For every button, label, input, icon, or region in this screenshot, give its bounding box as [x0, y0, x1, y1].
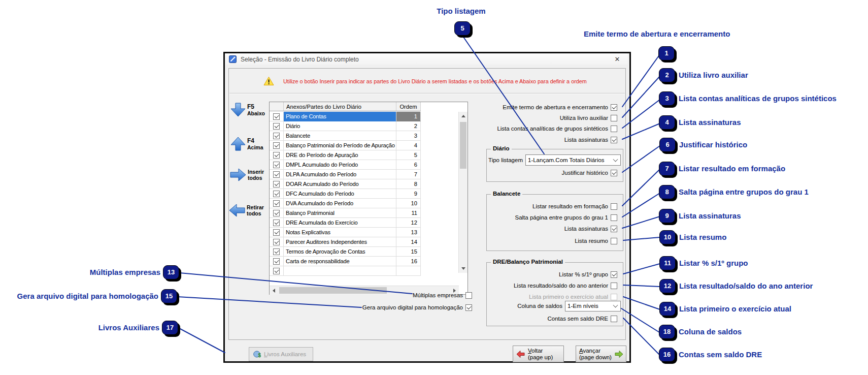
- option-label: Gera arquivo digital para homologação: [362, 304, 463, 310]
- insert-all-button[interactable]: Inserirtodos: [230, 168, 264, 181]
- lista-analiticas-checkbox[interactable]: [611, 126, 617, 132]
- option-label: Lista contas analíticas de grupos sintét…: [497, 126, 608, 132]
- scroll-down-icon[interactable]: [459, 264, 468, 273]
- horizontal-scroll-thumb[interactable]: [279, 287, 387, 294]
- dre-group-title: DRE/Balanço Patrimonial: [491, 259, 565, 265]
- table-row[interactable]: DRE Acumulada do Exercício12: [270, 218, 421, 228]
- option-lista-assinaturas[interactable]: Lista assinaturas: [564, 136, 617, 144]
- table-row[interactable]: Parecer Auditores Independentes14: [270, 237, 421, 247]
- option-lista-assinaturas-balancete[interactable]: Lista assinaturas: [564, 225, 617, 233]
- table-row[interactable]: Balanço Patrimonial11: [270, 208, 421, 218]
- table-row[interactable]: Balancete3: [270, 131, 421, 141]
- row-checkbox[interactable]: [273, 248, 280, 255]
- table-row[interactable]: DVA Acumulado do Período10: [270, 199, 421, 208]
- option-lista-analiticas[interactable]: Lista contas analíticas de grupos sintét…: [497, 124, 617, 133]
- option-lista-resumo[interactable]: Lista resumo: [575, 237, 617, 245]
- coluna-saldos-select[interactable]: 1-Em níveis: [565, 301, 621, 311]
- table-row[interactable]: DOAR Acumulado do Período8: [270, 179, 421, 189]
- table-row[interactable]: DFC Acumulado do Período9: [270, 189, 421, 199]
- salta-pagina-checkbox[interactable]: [611, 214, 617, 221]
- callout-badge-12: 12: [659, 279, 676, 293]
- row-checkbox[interactable]: [273, 229, 280, 236]
- avancar-button[interactable]: Avançar (page down): [576, 346, 626, 362]
- table-row[interactable]: Termos de Aprovação de Contas15: [270, 247, 421, 257]
- lista-resultado-saldo-checkbox[interactable]: [611, 283, 617, 289]
- row-checkbox[interactable]: [273, 258, 280, 265]
- row-checkbox[interactable]: [273, 239, 280, 245]
- option-listar-resultado[interactable]: Listar resultado em formação: [532, 202, 617, 210]
- row-checkbox[interactable]: [273, 142, 280, 149]
- row-checkbox[interactable]: [273, 210, 280, 216]
- vertical-scroll-thumb[interactable]: [460, 122, 466, 169]
- option-multiplas-empresas[interactable]: Múltiplas empresas: [413, 291, 472, 299]
- remove-all-button[interactable]: Retirartodos: [229, 204, 264, 217]
- separator: [229, 93, 625, 94]
- close-icon[interactable]: ✕: [612, 55, 623, 64]
- gera-arquivo-checkbox[interactable]: [465, 304, 472, 311]
- callout-label-2: Utiliza livro auxiliar: [679, 71, 748, 79]
- callout-label-6: Justificar histórico: [679, 140, 747, 149]
- callout-badge-6: 6: [659, 138, 676, 152]
- listar-resultado-checkbox[interactable]: [611, 203, 617, 210]
- row-checkbox[interactable]: [273, 191, 280, 197]
- vertical-scrollbar[interactable]: [458, 112, 468, 273]
- contas-sem-saldo-checkbox[interactable]: [611, 316, 617, 322]
- move-down-label: Abaixo: [247, 110, 265, 116]
- utiliza-livro-checkbox[interactable]: [611, 115, 617, 121]
- callout-badge-9: 9: [659, 209, 675, 223]
- listar-pct-checkbox[interactable]: [611, 271, 617, 278]
- justificar-checkbox[interactable]: [611, 170, 617, 176]
- option-utiliza-livro[interactable]: Utiliza livro auxiliar: [560, 114, 617, 122]
- table-row[interactable]: Balanço Patrimonial do Período de Apuraç…: [270, 141, 421, 150]
- move-up-key: F4: [247, 138, 263, 144]
- option-label: Lista resumo: [575, 238, 608, 244]
- table-row[interactable]: DRE do Período de Apuração5: [270, 150, 421, 160]
- option-contas-sem-saldo[interactable]: Contas sem saldo DRE: [547, 315, 617, 323]
- move-down-button[interactable]: F5Abaixo: [230, 103, 265, 117]
- remove-all-line1: Retirar: [247, 204, 264, 210]
- table-row[interactable]: Diário2: [270, 121, 421, 131]
- row-checkbox[interactable]: [273, 200, 280, 207]
- option-listar-pct[interactable]: Listar % s/1º grupo: [559, 270, 617, 278]
- option-gera-arquivo[interactable]: Gera arquivo digital para homologação: [362, 303, 472, 311]
- table-row[interactable]: Carta de responsabilidade16: [270, 257, 421, 266]
- table-row[interactable]: DLPA Acumulado do Período7: [270, 170, 421, 179]
- callout-label-7: Listar resultado em formação: [679, 164, 785, 173]
- row-checkbox[interactable]: [273, 123, 280, 130]
- voltar-button[interactable]: Voltar (page up): [513, 346, 564, 362]
- table-header-checkbox: [270, 102, 284, 111]
- callout-label-15: Gera arquivo digital para homologação: [0, 292, 158, 300]
- insert-all-line1: Inserir: [248, 169, 264, 175]
- option-label: Lista primeiro o exercício atual: [529, 294, 608, 300]
- voltar-label: Voltar (page up): [528, 348, 553, 361]
- scroll-up-icon[interactable]: [459, 112, 468, 120]
- table-row[interactable]: DMPL Acumulado do Período6: [270, 160, 421, 170]
- option-emite-termo[interactable]: Emite termo de abertura e encerramento: [503, 103, 617, 111]
- lista-assinaturas-balancete-checkbox[interactable]: [611, 226, 617, 232]
- option-salta-pagina[interactable]: Salta página entre grupos do grau 1: [515, 213, 618, 222]
- scroll-left-icon[interactable]: [270, 286, 278, 295]
- row-checkbox[interactable]: [273, 220, 280, 226]
- livros-auxiliares-button: $ Livros Auxiliares: [249, 347, 313, 361]
- table-row[interactable]: Plano de Contas1: [270, 112, 421, 121]
- row-checkbox[interactable]: [273, 113, 280, 120]
- lista-resumo-checkbox[interactable]: [611, 238, 617, 244]
- row-checkbox[interactable]: [273, 133, 280, 139]
- emite-termo-checkbox[interactable]: [611, 104, 617, 111]
- remove-all-line2: todos: [247, 210, 264, 216]
- tipo-listagem-select[interactable]: 1-Lançam.Com Totais Diários: [525, 154, 621, 166]
- callout-badge-18: 18: [659, 325, 675, 339]
- row-checkbox[interactable]: [273, 181, 280, 188]
- row-checkbox[interactable]: [273, 152, 280, 159]
- row-checkbox[interactable]: [273, 171, 280, 178]
- move-up-button[interactable]: F4Acima: [230, 137, 263, 151]
- option-justificar[interactable]: Justificar histórico: [562, 169, 617, 177]
- option-lista-resultado-saldo[interactable]: Lista resultado/saldo do ano anterior: [514, 282, 617, 290]
- diario-group-title: Diário: [491, 145, 512, 151]
- multiplas-empresas-checkbox[interactable]: [465, 292, 472, 299]
- table-header-order[interactable]: Ordem: [396, 102, 421, 111]
- table-row[interactable]: Notas Explicativas13: [270, 228, 421, 237]
- row-checkbox[interactable]: [273, 162, 280, 168]
- lista-assinaturas-checkbox[interactable]: [611, 137, 617, 143]
- table-header-parts[interactable]: Anexos/Partes do Livro Diário: [284, 102, 396, 111]
